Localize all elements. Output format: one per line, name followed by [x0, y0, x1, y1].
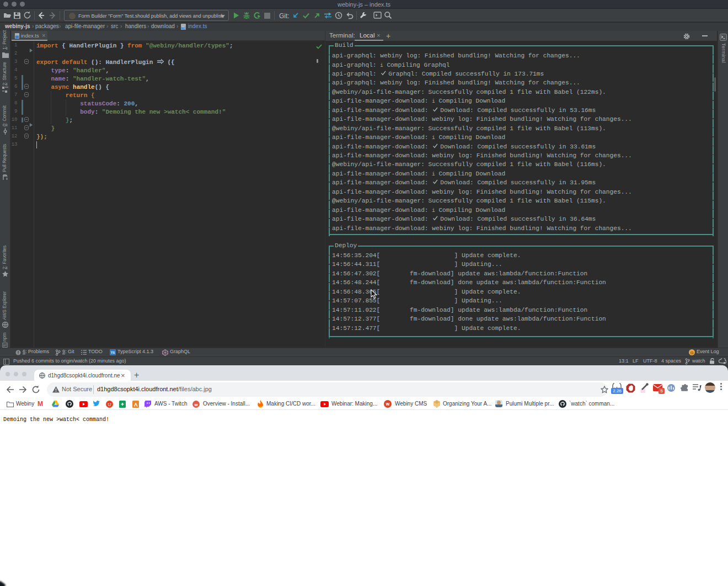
- svg-text:w: w: [194, 402, 198, 407]
- svg-text:w: w: [386, 401, 390, 407]
- svg-text:TS: TS: [182, 26, 185, 29]
